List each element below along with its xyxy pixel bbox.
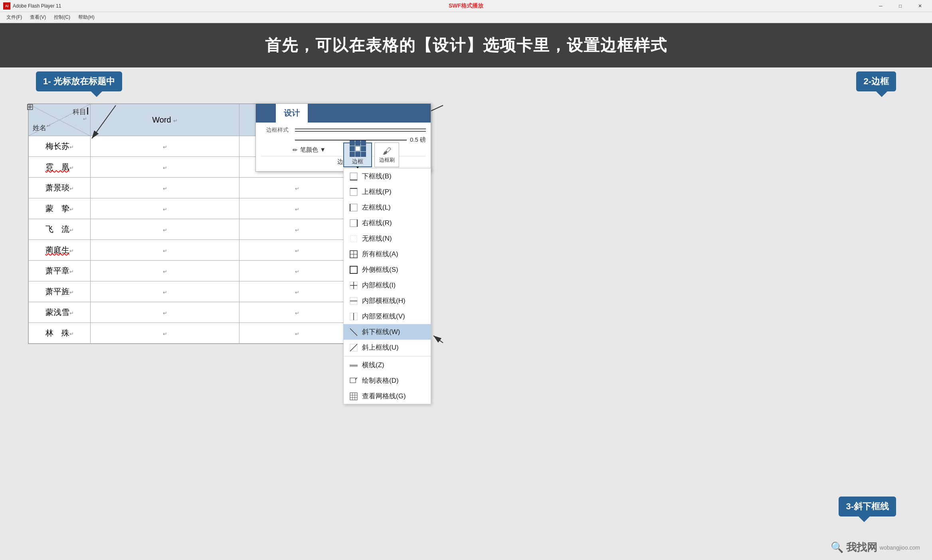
inside-h-border-icon	[349, 297, 358, 305]
dropdown-item-label: 斜下框线(W)	[362, 327, 400, 336]
border-style-label: 边框样式	[261, 127, 289, 134]
titlebar: AI Adobe Flash Player 11 SWF格式播放 ─ □ ✕	[0, 0, 932, 12]
dropdown-item-view-grid[interactable]: 查看网格线(G)	[344, 388, 431, 404]
svg-rect-7	[350, 220, 357, 227]
app-name: Adobe Flash Player 11	[13, 3, 872, 9]
bubble-cursor-in-header: 1- 光标放在标题中	[36, 71, 122, 91]
horiz-line-icon	[349, 361, 358, 370]
app-icon: AI	[3, 2, 10, 10]
dropdown-item-label: 上框线(P)	[362, 187, 392, 196]
header-text: 首先，可以在表格的【设计】选项卡里，设置边框样式	[265, 36, 667, 54]
dropdown-item-label: 外侧框线(S)	[362, 265, 398, 274]
dropdown-item-diag-down[interactable]: 斜下框线(W)	[344, 324, 431, 340]
dropdown-item-label: 下框线(B)	[362, 172, 392, 181]
no-border-icon	[349, 234, 358, 243]
border-brush-label: 边框刷	[379, 156, 395, 164]
minimize-button[interactable]: ─	[872, 0, 890, 12]
dropdown-item-border-left[interactable]: 左框线(L)	[344, 200, 431, 215]
watermark: 🔍 我找网 wobangjioo.com	[831, 540, 920, 554]
close-button[interactable]: ✕	[911, 0, 929, 12]
svg-rect-29	[350, 393, 357, 400]
dropdown-item-label: 无框线(N)	[362, 234, 392, 243]
tab-bar: 设计	[256, 104, 431, 123]
dropdown-item-label: 查看网格线(G)	[362, 392, 406, 401]
menu-view[interactable]: 查看(V)	[27, 13, 49, 22]
table-row: 萧景琰↵ ↵ ↵	[29, 178, 355, 198]
menu-file[interactable]: 文件(F)	[3, 13, 25, 22]
bubble-border: 2-边框	[856, 71, 896, 91]
header-cell-word: Word ↵	[91, 104, 239, 136]
table-row: 萧平章↵ ↵ ↵	[29, 261, 355, 281]
svg-rect-27	[350, 378, 356, 383]
svg-line-24	[350, 344, 357, 351]
all-borders-icon	[349, 250, 358, 259]
dropdown-item-horiz-line[interactable]: 横线(Z)	[344, 357, 431, 373]
outside-border-icon	[349, 265, 358, 274]
swf-title: SWF格式播放	[449, 2, 483, 10]
dropdown-item-border-top[interactable]: 上框线(P)	[344, 184, 431, 200]
dropdown-item-label: 内部框线(I)	[362, 281, 396, 290]
border-btn-label: 边框	[352, 158, 363, 165]
dropdown-menu: 下框线(B) 上框线(P) 左框线(L) 右框	[343, 168, 431, 404]
dropdown-item-label: 内部横框线(H)	[362, 296, 406, 305]
border-brush-button[interactable]: 🖌 边框刷	[374, 142, 399, 167]
pen-color-label: 笔颜色 ▼	[300, 146, 326, 154]
border-right-icon	[349, 219, 358, 228]
diag-up-icon	[349, 343, 358, 352]
border-bottom-icon	[349, 172, 358, 181]
table-row: 蒙 挚↵ ↵ ↵	[29, 198, 355, 219]
dropdown-item-outside-border[interactable]: 外侧框线(S)	[344, 262, 431, 277]
dropdown-item-inside-h-border[interactable]: 内部横框线(H)	[344, 293, 431, 309]
inside-v-border-icon	[349, 312, 358, 321]
svg-rect-3	[350, 188, 357, 196]
header-banner: 首先，可以在表格的【设计】选项卡里，设置边框样式	[0, 23, 932, 67]
menu-help[interactable]: 帮助(H)	[75, 13, 98, 22]
dropdown-item-label: 内部竖框线(V)	[362, 312, 405, 321]
tab-right[interactable]	[308, 104, 328, 123]
svg-rect-5	[350, 204, 357, 211]
draw-table-icon	[349, 376, 358, 385]
view-grid-icon	[349, 392, 358, 401]
dropdown-item-all-borders[interactable]: 所有框线(A)	[344, 246, 431, 262]
dropdown-item-diag-up[interactable]: 斜上框线(U)	[344, 340, 431, 355]
svg-line-38	[433, 336, 443, 343]
maximize-button[interactable]: □	[891, 0, 909, 12]
table-row: 蒙浅雪↵ ↵ ↵	[29, 302, 355, 323]
border-left-icon	[349, 203, 358, 212]
dropdown-item-inside-v-border[interactable]: 内部竖框线(V)	[344, 309, 431, 324]
dropdown-divider	[344, 356, 431, 356]
tab-design[interactable]: 设计	[276, 104, 308, 123]
dropdown-item-inside-border[interactable]: 内部框线(I)	[344, 277, 431, 293]
svg-rect-13	[350, 266, 357, 273]
thickness-value: 0.5 磅	[410, 136, 426, 144]
dropdown-item-label: 左框线(L)	[362, 203, 391, 212]
table-cross-marker: ⊞	[26, 102, 34, 112]
border-top-icon	[349, 188, 358, 196]
dropdown-item-label: 所有框线(A)	[362, 249, 398, 259]
svg-line-22	[350, 328, 357, 336]
dropdown-item-label: 绘制表格(D)	[362, 376, 399, 385]
dropdown-item-border-right[interactable]: 右框线(R)	[344, 215, 431, 231]
menu-control[interactable]: 控制(C)	[51, 13, 73, 22]
header-word-text: Word	[152, 115, 171, 124]
dropdown-item-label: 右框线(R)	[362, 218, 392, 228]
window-controls: ─ □ ✕	[872, 0, 929, 12]
dropdown-item-label: 斜上框线(U)	[362, 343, 399, 352]
table-row: 飞 流↵ ↵ ↵	[29, 219, 355, 240]
border-button-area: 边框 ▼ 🖌 边框刷	[343, 142, 399, 167]
tab-left[interactable]	[256, 104, 276, 123]
table-row: 林 殊↵ ↵ ↵	[29, 323, 355, 344]
dropdown-item-border-bottom[interactable]: 下框线(B)	[344, 168, 431, 184]
svg-rect-1	[350, 173, 357, 180]
dropdown-item-draw-table[interactable]: 绘制表格(D)	[344, 373, 431, 388]
dropdown-item-no-border[interactable]: 无框线(N)	[344, 231, 431, 246]
table-row: 蔺庭生↵ ↵ ↵	[29, 240, 355, 261]
inside-border-icon	[349, 281, 358, 290]
diag-down-icon	[349, 328, 358, 336]
table-row: 萧平旌↵ ↵ ↵	[29, 281, 355, 302]
svg-rect-9	[350, 235, 357, 242]
border-button[interactable]: 边框 ▼	[343, 142, 372, 167]
bubble-diag-border: 3-斜下框线	[839, 497, 896, 516]
dropdown-item-label: 横线(Z)	[362, 360, 384, 370]
border-style-row: 边框样式	[261, 127, 426, 134]
